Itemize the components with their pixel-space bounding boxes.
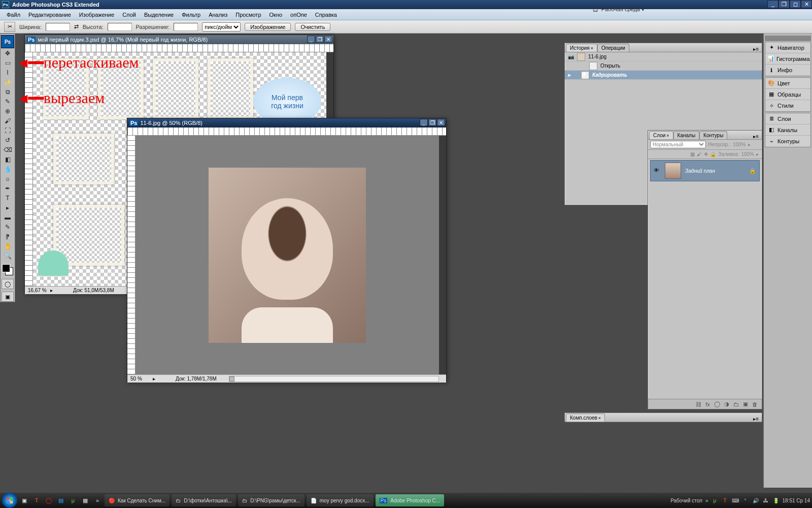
- hand-tool[interactable]: ✋: [1, 242, 14, 251]
- tab-layer-comps[interactable]: Комп.слоев×: [566, 414, 605, 422]
- doc2-info-icon[interactable]: ▸: [153, 376, 155, 382]
- ql-icon[interactable]: ▦: [80, 495, 90, 505]
- dock-layers[interactable]: ≣Слои: [765, 113, 810, 124]
- lock-transparency-icon[interactable]: ▦: [690, 151, 695, 157]
- menu-edit[interactable]: Редактирование: [25, 11, 75, 19]
- dock-color[interactable]: 🎨Цвет: [765, 78, 810, 89]
- start-button[interactable]: [2, 493, 17, 508]
- layer-row-background[interactable]: 👁 Задний план 🔒: [650, 160, 760, 181]
- tab-paths[interactable]: Контуры: [699, 131, 727, 139]
- lock-pixels-icon[interactable]: 🖌: [697, 151, 702, 157]
- sys-max-button[interactable]: ◻: [790, 0, 801, 8]
- new-layer-icon[interactable]: ▣: [743, 401, 748, 407]
- sys-close-button[interactable]: ✕: [801, 0, 812, 8]
- width-input[interactable]: [46, 23, 70, 31]
- sys-min-button[interactable]: _: [767, 0, 779, 8]
- dock-channels[interactable]: ◧Каналы: [765, 124, 810, 136]
- history-source[interactable]: 📷 11-6.jpg: [565, 52, 762, 61]
- history-step-open[interactable]: Открыть: [565, 61, 762, 71]
- tray-lang-icon[interactable]: ⌨: [732, 497, 739, 504]
- doc2-min-button[interactable]: _: [420, 119, 428, 126]
- healing-tool[interactable]: ⊕: [1, 107, 14, 116]
- dock-swatches[interactable]: ▦Образцы: [765, 89, 810, 100]
- history-step-crop[interactable]: ▸ ⧉ Кадрировать: [565, 71, 762, 80]
- tray-expand-icon[interactable]: »: [705, 498, 708, 503]
- wand-tool[interactable]: ✨: [1, 78, 14, 87]
- height-input[interactable]: [108, 23, 132, 31]
- history-panel-menu[interactable]: ▸≡: [751, 46, 761, 52]
- workspace-switcher[interactable]: Рабочая среда ▾: [601, 6, 645, 13]
- quickmask-toggle[interactable]: ◯: [2, 279, 14, 289]
- path-select-tool[interactable]: ▸: [1, 203, 14, 212]
- eyedropper-tool[interactable]: ⁋: [1, 232, 14, 241]
- crop-tool[interactable]: ⧉: [1, 87, 14, 97]
- menu-file[interactable]: Файл: [3, 11, 24, 19]
- dock-histogram[interactable]: 📊Гистограмма: [765, 53, 810, 65]
- ql-icon[interactable]: ◯: [44, 495, 54, 505]
- pen-tool[interactable]: ✒: [1, 184, 14, 193]
- layer-thumbnail[interactable]: [665, 163, 681, 179]
- type-tool[interactable]: T: [1, 194, 14, 203]
- menu-view[interactable]: Просмотр: [232, 11, 264, 19]
- resolution-input[interactable]: [174, 23, 198, 31]
- ql-icon[interactable]: ▤: [56, 495, 66, 505]
- dodge-tool[interactable]: ☼: [1, 174, 14, 183]
- tab-actions[interactable]: Операции: [597, 44, 629, 52]
- doc1-titlebar[interactable]: Ps мой первый годик.3.psd @ 16,7% (Мой п…: [25, 35, 333, 44]
- layer-mask-icon[interactable]: ◯: [714, 401, 720, 407]
- eraser-tool[interactable]: ⌫: [1, 145, 14, 154]
- document-window-2[interactable]: Ps 11-6.jpg @ 50% (RGB/8) _ ❐ ✕ 50 % ▸ Д…: [127, 118, 447, 382]
- adjustment-layer-icon[interactable]: ◑: [724, 401, 729, 407]
- front-image-button[interactable]: Изображение: [245, 23, 291, 31]
- doc2-canvas[interactable]: [136, 136, 439, 374]
- gradient-tool[interactable]: ◧: [1, 155, 14, 164]
- menu-analysis[interactable]: Анализ: [205, 11, 231, 19]
- ql-icon[interactable]: ▣: [19, 495, 29, 505]
- color-swatches[interactable]: [1, 263, 14, 276]
- stamp-tool[interactable]: ⛶: [1, 126, 14, 135]
- task-item[interactable]: 🗀D:\фотки\Антошка\...: [172, 494, 236, 506]
- show-desktop-button[interactable]: Рабочий стол: [670, 498, 702, 503]
- tray-bluetooth-icon[interactable]: *: [742, 497, 749, 504]
- tray-icon[interactable]: μ: [712, 497, 719, 504]
- dock-navigator[interactable]: ✦Навигатор: [765, 42, 810, 53]
- lock-all-icon[interactable]: 🔒: [710, 151, 716, 157]
- menu-select[interactable]: Выделение: [141, 11, 177, 19]
- new-group-icon[interactable]: 🗀: [733, 401, 739, 407]
- swap-wh-icon[interactable]: ⇄: [74, 23, 79, 30]
- slice-tool[interactable]: ✎: [1, 97, 14, 106]
- doc2-max-button[interactable]: ❐: [428, 119, 436, 126]
- menu-image[interactable]: Изображение: [76, 11, 118, 19]
- task-item[interactable]: 🔴Как Сделать Сним...: [105, 494, 170, 506]
- ql-expand-icon[interactable]: »: [92, 495, 103, 505]
- blur-tool[interactable]: 💧: [1, 165, 14, 174]
- task-item-active[interactable]: PsAdobe Photoshop C...: [376, 494, 445, 506]
- layer-name[interactable]: Задний план: [685, 168, 715, 174]
- link-layers-icon[interactable]: ⛓: [696, 401, 701, 407]
- doc2-scrollbar-h[interactable]: [229, 376, 439, 382]
- tray-icon[interactable]: T: [722, 497, 729, 504]
- tray-battery-icon[interactable]: 🔋: [772, 497, 780, 504]
- doc2-ruler-horizontal[interactable]: [127, 128, 446, 136]
- doc2-close-button[interactable]: ✕: [437, 119, 445, 126]
- dock-info[interactable]: ℹИнфо: [765, 65, 810, 76]
- doc1-close-button[interactable]: ✕: [324, 36, 332, 43]
- doc1-min-button[interactable]: _: [307, 36, 315, 43]
- delete-layer-icon[interactable]: 🗑: [752, 401, 758, 407]
- doc2-scroll-thumb[interactable]: [229, 376, 234, 382]
- blend-mode-select[interactable]: Нормальный: [650, 141, 706, 148]
- visibility-eye-icon[interactable]: 👁: [654, 167, 661, 174]
- zoom-tool[interactable]: 🔍: [1, 251, 14, 261]
- marquee-tool[interactable]: ▭: [1, 58, 14, 68]
- menu-window[interactable]: Окно: [266, 11, 286, 19]
- doc2-titlebar[interactable]: Ps 11-6.jpg @ 50% (RGB/8) _ ❐ ✕: [127, 118, 446, 128]
- resolution-unit-select[interactable]: пикс/дюйм: [202, 22, 241, 31]
- doc1-ruler-vertical[interactable]: [25, 52, 33, 286]
- doc1-zoom[interactable]: 16,67 %: [28, 288, 50, 293]
- menu-onone[interactable]: опОпе: [287, 11, 311, 19]
- doc1-info-icon[interactable]: ▸: [50, 288, 53, 293]
- move-tool[interactable]: ✥: [1, 49, 14, 58]
- dock-styles[interactable]: ✧Стили: [765, 100, 810, 111]
- tray-clock[interactable]: 18:51 Ср 14: [783, 498, 810, 503]
- tray-volume-icon[interactable]: 🔊: [752, 497, 759, 504]
